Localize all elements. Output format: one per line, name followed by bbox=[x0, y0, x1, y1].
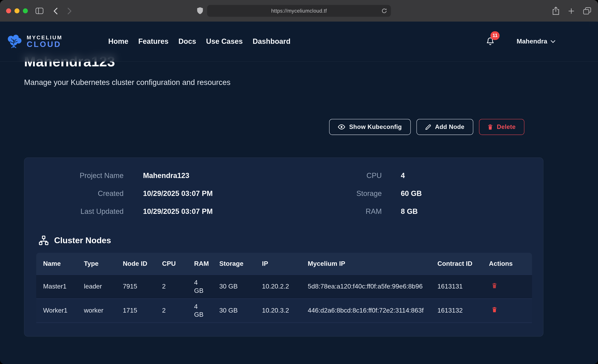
cell-actions bbox=[482, 274, 532, 298]
detail-value: 10/29/2025 03:07 PM bbox=[143, 207, 288, 216]
cell-contract-id: 1613132 bbox=[431, 298, 482, 323]
nav-link-use-cases[interactable]: Use Cases bbox=[206, 37, 243, 46]
cell-ram: 4 GB bbox=[187, 298, 212, 323]
cell-type: leader bbox=[77, 274, 116, 298]
notifications-button[interactable]: 11 bbox=[486, 36, 495, 47]
table-row: Worker1 worker 1715 2 4 GB 30 GB 10.20.3… bbox=[36, 298, 532, 323]
detail-value: 4 bbox=[401, 172, 532, 180]
main-nav: Home Features Docs Use Cases Dashboard bbox=[108, 37, 291, 46]
detail-value: 8 GB bbox=[401, 207, 532, 216]
detail-label: Project Name bbox=[36, 172, 124, 180]
brand-logo-icon bbox=[5, 34, 23, 49]
column-header-storage: Storage bbox=[212, 253, 255, 274]
delete-label: Delete bbox=[497, 124, 515, 130]
detail-label: Last Updated bbox=[36, 207, 124, 216]
page: MYCELIUM CLOUD Home Features Docs Use Ca… bbox=[0, 22, 598, 364]
share-icon bbox=[552, 7, 559, 15]
nav-link-features[interactable]: Features bbox=[138, 37, 168, 46]
cell-mycelium-ip: 446:d2a6:8bcd:8c16:ff0f:72e2:3114:863f bbox=[301, 298, 431, 323]
notification-badge: 11 bbox=[491, 31, 499, 40]
cell-actions bbox=[482, 298, 532, 323]
back-button[interactable] bbox=[53, 8, 58, 14]
cluster-nodes-table: Name Type Node ID CPU RAM Storage IP Myc… bbox=[36, 253, 531, 323]
show-kubeconfig-label: Show Kubeconfig bbox=[349, 124, 402, 130]
table-header-row: Name Type Node ID CPU RAM Storage IP Myc… bbox=[36, 253, 532, 274]
add-node-button[interactable]: Add Node bbox=[416, 119, 473, 135]
privacy-shield-icon[interactable] bbox=[197, 7, 203, 16]
cluster-actions: Show Kubeconfig Add Node Delete bbox=[24, 119, 544, 135]
cluster-details-card: Project Name Mahendra123 Created 10/29/2… bbox=[24, 157, 544, 337]
column-header-ram: RAM bbox=[187, 253, 212, 274]
nav-link-dashboard[interactable]: Dashboard bbox=[253, 37, 291, 46]
cell-node-id: 7915 bbox=[116, 274, 155, 298]
content: Mahendra123 Manage your Kubernetes clust… bbox=[0, 22, 543, 337]
page-subtitle: Manage your Kubernetes cluster configura… bbox=[24, 78, 544, 87]
nav-link-docs[interactable]: Docs bbox=[178, 37, 196, 46]
tabs-icon bbox=[583, 7, 591, 15]
traffic-lights bbox=[6, 8, 28, 13]
cell-cpu: 2 bbox=[155, 298, 187, 323]
detail-value: 10/29/2025 03:07 PM bbox=[143, 190, 288, 198]
reload-button[interactable] bbox=[382, 8, 387, 14]
cell-mycelium-ip: 5d8:78ea:a120:f40c:ff0f:a5fe:99e6:8b96 bbox=[301, 274, 431, 298]
cell-ip: 10.20.3.2 bbox=[255, 298, 301, 323]
trash-icon bbox=[492, 283, 497, 289]
minimize-window-button[interactable] bbox=[14, 8, 19, 13]
column-header-name: Name bbox=[36, 253, 77, 274]
navbar: MYCELIUM CLOUD Home Features Docs Use Ca… bbox=[0, 22, 598, 62]
delete-node-button[interactable] bbox=[492, 283, 497, 289]
sidebar-toggle-button[interactable] bbox=[35, 8, 43, 14]
brand-line1: MYCELIUM bbox=[27, 34, 63, 40]
brand-name: MYCELIUM CLOUD bbox=[27, 34, 63, 49]
detail-value: Mahendra123 bbox=[143, 172, 288, 180]
close-window-button[interactable] bbox=[6, 8, 11, 13]
cell-node-id: 1715 bbox=[116, 298, 155, 323]
nav-link-home[interactable]: Home bbox=[108, 37, 128, 46]
chevron-left-icon bbox=[53, 8, 58, 14]
new-tab-button[interactable] bbox=[568, 8, 574, 14]
url-text: https://myceliumcloud.tf bbox=[271, 8, 327, 14]
cell-ip: 10.20.2.2 bbox=[255, 274, 301, 298]
column-header-ip: IP bbox=[255, 253, 301, 274]
show-kubeconfig-button[interactable]: Show Kubeconfig bbox=[329, 119, 411, 135]
column-header-contract-id: Contract ID bbox=[431, 253, 482, 274]
cluster-nodes-section: Cluster Nodes bbox=[39, 235, 543, 246]
table-row: Master1 leader 7915 2 4 GB 30 GB 10.20.2… bbox=[36, 274, 532, 298]
column-header-mycelium-ip: Mycelium IP bbox=[301, 253, 431, 274]
user-menu[interactable]: Mahendra bbox=[517, 38, 555, 45]
url-bar[interactable]: https://myceliumcloud.tf bbox=[207, 5, 391, 17]
detail-label: RAM bbox=[288, 207, 382, 216]
sidebar-icon bbox=[35, 8, 43, 14]
column-header-actions: Actions bbox=[482, 253, 532, 274]
reload-icon bbox=[382, 8, 387, 14]
cell-cpu: 2 bbox=[155, 274, 187, 298]
detail-label: Storage bbox=[288, 190, 382, 198]
trash-icon bbox=[488, 124, 493, 130]
browser-window: https://myceliumcloud.tf bbox=[0, 0, 598, 364]
forward-button[interactable] bbox=[67, 8, 72, 14]
share-button[interactable] bbox=[552, 7, 559, 15]
cell-ram: 4 GB bbox=[187, 274, 212, 298]
column-header-cpu: CPU bbox=[155, 253, 187, 274]
delete-cluster-button[interactable]: Delete bbox=[479, 119, 524, 135]
zoom-window-button[interactable] bbox=[23, 8, 28, 13]
brand[interactable]: MYCELIUM CLOUD bbox=[5, 34, 62, 49]
pencil-icon bbox=[425, 124, 431, 130]
network-icon bbox=[39, 235, 49, 246]
plus-icon bbox=[568, 8, 574, 14]
tab-overview-button[interactable] bbox=[583, 7, 591, 15]
trash-icon bbox=[492, 307, 497, 313]
column-header-type: Type bbox=[77, 253, 116, 274]
cell-storage: 30 GB bbox=[212, 298, 255, 323]
detail-value: 60 GB bbox=[401, 190, 532, 198]
cluster-summary: Project Name Mahendra123 Created 10/29/2… bbox=[25, 158, 543, 216]
cluster-nodes-title: Cluster Nodes bbox=[54, 235, 111, 245]
user-name: Mahendra bbox=[517, 38, 547, 45]
eye-icon bbox=[338, 124, 345, 130]
delete-node-button[interactable] bbox=[492, 307, 497, 313]
cell-name: Worker1 bbox=[36, 298, 77, 323]
cell-contract-id: 1613131 bbox=[431, 274, 482, 298]
browser-chrome: https://myceliumcloud.tf bbox=[0, 0, 598, 22]
cell-name: Master1 bbox=[36, 274, 77, 298]
cell-storage: 30 GB bbox=[212, 274, 255, 298]
